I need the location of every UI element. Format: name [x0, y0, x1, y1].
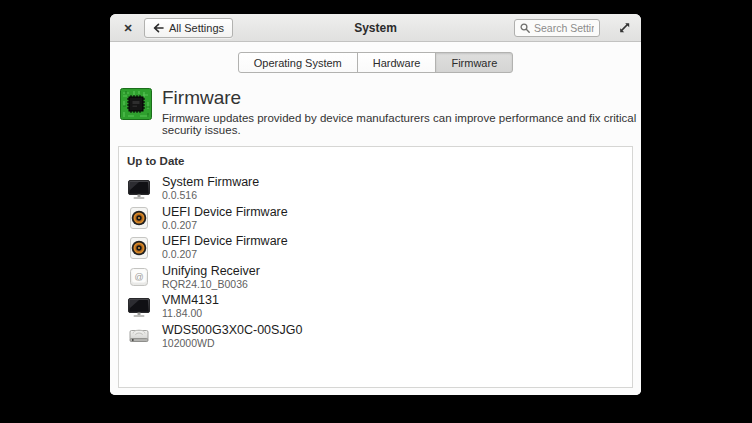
device-row-unifying-receiver[interactable]: Unifying Receiver RQR24.10_B0036 [127, 262, 632, 292]
device-version: RQR24.10_B0036 [162, 279, 260, 291]
device-row-system-firmware[interactable]: System Firmware 0.0.516 [127, 174, 632, 204]
monitor-icon [127, 177, 151, 201]
firmware-chip-icon [120, 88, 152, 120]
titlebar: ✕ All Settings System [110, 14, 641, 42]
device-list-panel: Up to Date System Firmware 0.0.516 UEFI … [118, 146, 633, 388]
section-tabs: Operating System Hardware Firmware [110, 42, 641, 73]
tab-hardware[interactable]: Hardware [357, 52, 437, 73]
device-row-wds500[interactable]: WDS500G3X0C-00SJG0 102000WD [127, 321, 632, 351]
tab-firmware[interactable]: Firmware [435, 52, 513, 73]
close-button[interactable]: ✕ [120, 20, 136, 36]
device-row-uefi-2[interactable]: UEFI Device Firmware 0.0.207 [127, 233, 632, 263]
device-text: UEFI Device Firmware 0.0.207 [162, 234, 288, 261]
hard-drive-icon [127, 324, 151, 348]
page-title: Firmware [162, 88, 641, 108]
back-button-label: All Settings [169, 22, 224, 34]
page-description: Firmware updates provided by device manu… [162, 112, 641, 136]
all-settings-back-button[interactable]: All Settings [144, 18, 233, 38]
device-name: Unifying Receiver [162, 264, 260, 278]
back-arrow-icon [153, 23, 164, 33]
device-text: VMM4131 11.84.00 [162, 293, 219, 320]
device-text: System Firmware 0.0.516 [162, 175, 259, 202]
up-to-date-label: Up to Date [127, 155, 632, 167]
device-name: WDS500G3X0C-00SJG0 [162, 323, 302, 337]
device-version: 0.0.516 [162, 190, 259, 202]
at-key-icon [127, 265, 151, 289]
page-header-text: Firmware Firmware updates provided by de… [162, 88, 641, 136]
device-text: WDS500G3X0C-00SJG0 102000WD [162, 323, 302, 350]
device-version: 102000WD [162, 338, 302, 350]
device-text: Unifying Receiver RQR24.10_B0036 [162, 264, 260, 291]
speaker-icon [127, 236, 151, 260]
device-version: 0.0.207 [162, 249, 288, 261]
device-rows: System Firmware 0.0.516 UEFI Device Firm… [127, 174, 632, 351]
content-area: Operating System Hardware Firmware Firmw… [110, 42, 641, 395]
search-settings-field[interactable] [514, 19, 600, 37]
page-header: Firmware Firmware updates provided by de… [120, 88, 641, 136]
device-text: UEFI Device Firmware 0.0.207 [162, 205, 288, 232]
resize-expand-icon[interactable] [617, 21, 631, 35]
device-row-vmm4131[interactable]: VMM4131 11.84.00 [127, 292, 632, 322]
tab-operating-system[interactable]: Operating System [238, 52, 358, 73]
search-icon [520, 23, 530, 33]
settings-window: ✕ All Settings System [110, 14, 641, 395]
monitor-icon [127, 295, 151, 319]
speaker-icon [127, 206, 151, 230]
search-input[interactable] [534, 22, 594, 34]
device-name: VMM4131 [162, 293, 219, 307]
device-version: 11.84.00 [162, 308, 219, 320]
device-version: 0.0.207 [162, 220, 288, 232]
device-name: System Firmware [162, 175, 259, 189]
device-row-uefi-1[interactable]: UEFI Device Firmware 0.0.207 [127, 203, 632, 233]
device-name: UEFI Device Firmware [162, 234, 288, 248]
device-name: UEFI Device Firmware [162, 205, 288, 219]
